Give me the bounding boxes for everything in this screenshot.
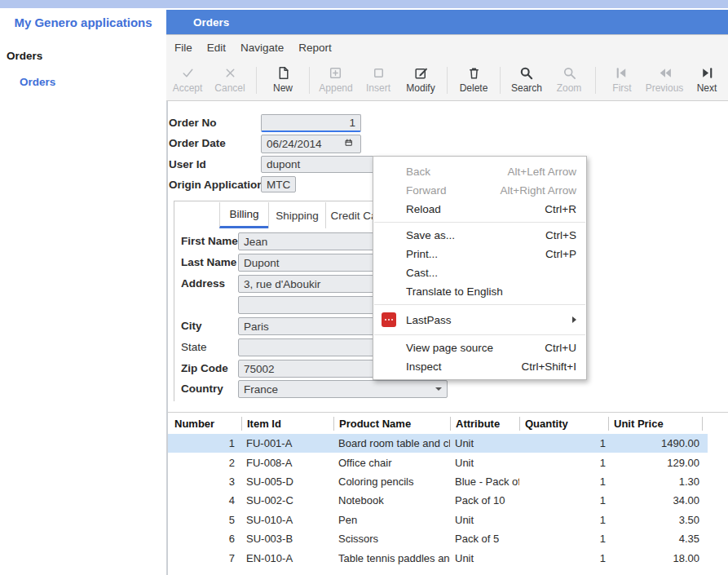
context-menu-item-view-page-source[interactable]: View page sourceCtrl+U — [373, 338, 586, 357]
cell-quantity: 1 — [519, 453, 608, 471]
toolbar-separator — [309, 67, 310, 94]
menu-report[interactable]: Report — [298, 42, 332, 54]
cell-number: 7 — [168, 548, 241, 567]
context-menu-item-cast[interactable]: Cast... — [373, 263, 586, 282]
context-menu-item-inspect[interactable]: InspectCtrl+Shift+I — [373, 357, 586, 376]
application-window: My Genero applications Orders Orders Ord… — [0, 0, 728, 575]
toolbar: AcceptCancelNewAppendInsertModifyDeleteS… — [166, 60, 728, 101]
table-row[interactable]: 3SU-005-DColoring pencilsBlue - Pack of … — [168, 472, 728, 491]
origin_application-label: Origin Application — [169, 179, 264, 191]
column-header-product-name[interactable]: Product Name — [333, 417, 450, 431]
sidebar-item-orders[interactable]: Orders — [20, 76, 166, 88]
toolbar-button-label: Append — [319, 82, 352, 94]
context-menu-item-back: BackAlt+Left Arrow — [373, 162, 586, 181]
address1-field[interactable]: 3, rue d'Aboukir — [238, 275, 377, 293]
toolbar-separator — [595, 67, 596, 94]
address2-field[interactable] — [238, 296, 377, 314]
toolbar-button-label: Search — [511, 82, 542, 94]
calendar-icon[interactable] — [345, 139, 355, 149]
menu-navigate[interactable]: Navigate — [240, 42, 284, 54]
context-menu-item-print[interactable]: Print...Ctrl+P — [373, 245, 586, 263]
cell-product-name: Coloring pencils — [333, 472, 450, 491]
cell-attribute: Unit — [450, 434, 519, 453]
cell-item-id: SU-005-D — [241, 472, 333, 491]
table-row[interactable]: 2FU-008-AOffice chairUnit1129.00 — [168, 453, 728, 471]
column-header-unit-price[interactable]: Unit Price — [608, 417, 702, 431]
order_date-field[interactable]: 06/24/2014 — [261, 135, 361, 153]
toolbar-next-button[interactable]: Next — [686, 60, 727, 100]
user_id-value: dupont — [267, 158, 300, 170]
table-header-row: NumberItem IdProduct NameAttributeQuanti… — [168, 413, 728, 434]
table-row[interactable]: 1FU-001-ABoard room table and chUnit1149… — [168, 434, 728, 453]
context-menu-item-label: LastPass — [406, 314, 452, 326]
table-row[interactable]: 6SU-003-BScissorsPack of 514.35 — [168, 529, 728, 548]
tab-shipping[interactable]: Shipping — [268, 202, 325, 228]
context-menu-item-forward: ForwardAlt+Right Arrow — [373, 181, 586, 200]
order-lines-table: NumberItem IdProduct NameAttributeQuanti… — [168, 412, 728, 575]
cell-product-name: Pen — [333, 511, 450, 529]
context-menu-item-save-as[interactable]: Save as...Ctrl+S — [373, 226, 586, 245]
table-row[interactable]: 7EN-010-ATable tennis paddles andUnit118… — [168, 548, 728, 567]
cell-number: 5 — [168, 511, 241, 529]
cell-unit-price: 1490.00 — [608, 434, 702, 453]
zip_code-field[interactable]: 75002 — [238, 360, 377, 378]
cell-attribute: Pack of 10 — [450, 491, 519, 510]
sidebar-header-link[interactable]: My Genero applications — [0, 15, 166, 29]
tab-billing[interactable]: Billing — [219, 202, 268, 228]
toolbar-button-label: Modify — [406, 82, 435, 94]
cell-quantity: 1 — [519, 491, 608, 510]
menu-edit[interactable]: Edit — [207, 42, 226, 54]
context-menu: BackAlt+Left ArrowForwardAlt+Right Arrow… — [373, 156, 587, 380]
table-row[interactable]: 4SU-002-CNotebookPack of 10134.00 — [168, 491, 728, 510]
toolbar-button-label: Delete — [460, 82, 488, 94]
last_name-field[interactable]: Dupont — [238, 254, 377, 272]
menu-file[interactable]: File — [174, 42, 192, 54]
column-header-item-id[interactable]: Item Id — [241, 417, 333, 431]
zip_code-value: 75002 — [244, 363, 275, 375]
context-menu-item-reload[interactable]: ReloadCtrl+R — [373, 200, 586, 219]
context-menu-shortcut: Ctrl+R — [545, 203, 576, 215]
toolbar-button-label: Insert — [366, 82, 390, 94]
last_name-label: Last Name — [181, 256, 236, 268]
first_name-field[interactable]: Jean — [238, 232, 377, 250]
cell-number: 3 — [168, 472, 241, 491]
origin_application-value: MTC — [267, 179, 290, 191]
toolbar-modify-button[interactable]: Modify — [400, 60, 441, 100]
delete-icon — [466, 65, 482, 81]
state-field[interactable] — [238, 338, 377, 356]
context-menu-separator — [374, 304, 585, 305]
first_name-value: Jean — [244, 236, 267, 248]
cell-quantity: 1 — [519, 529, 608, 548]
city-field[interactable]: Paris — [238, 317, 377, 335]
cell-spacer — [702, 529, 728, 548]
column-header-attribute[interactable]: Attribute — [450, 417, 519, 431]
origin_application-field[interactable]: MTC — [261, 176, 296, 192]
table-row[interactable]: 5SU-010-APenUnit13.50 — [168, 511, 728, 529]
cell-item-id: SU-002-C — [241, 491, 333, 510]
toolbar-delete-button[interactable]: Delete — [453, 60, 494, 100]
country-value: France — [244, 383, 278, 396]
toolbar-button-label: Previous — [646, 82, 684, 94]
cell-quantity: 1 — [519, 434, 608, 453]
toolbar-button-label: Next — [697, 82, 717, 94]
last_name-value: Dupont — [244, 257, 280, 269]
toolbar-new-button[interactable]: New — [263, 60, 303, 100]
cell-quantity: 1 — [519, 548, 608, 567]
lastpass-icon — [382, 312, 396, 327]
context-menu-item-lastpass[interactable]: LastPass — [373, 308, 586, 331]
toolbar-search-button[interactable]: Search — [506, 60, 547, 100]
context-menu-item-label: Back — [406, 166, 430, 178]
context-menu-item-label: Cast... — [406, 267, 438, 279]
column-header-number[interactable]: Number — [168, 417, 241, 431]
toolbar-previous-button: Previous — [644, 60, 685, 100]
menubar: FileEditNavigateReport — [166, 34, 728, 60]
column-header-spacer[interactable] — [702, 417, 728, 431]
context-menu-item-label: Reload — [406, 203, 441, 215]
context-menu-item-translate-to-english[interactable]: Translate to English — [373, 282, 586, 301]
column-header-quantity[interactable]: Quantity — [519, 417, 608, 431]
cell-spacer — [702, 472, 728, 491]
cell-item-id: SU-003-B — [241, 529, 333, 548]
cell-spacer — [702, 453, 728, 471]
order_no-field[interactable]: 1 — [261, 114, 361, 132]
country-field[interactable]: France — [238, 380, 448, 398]
